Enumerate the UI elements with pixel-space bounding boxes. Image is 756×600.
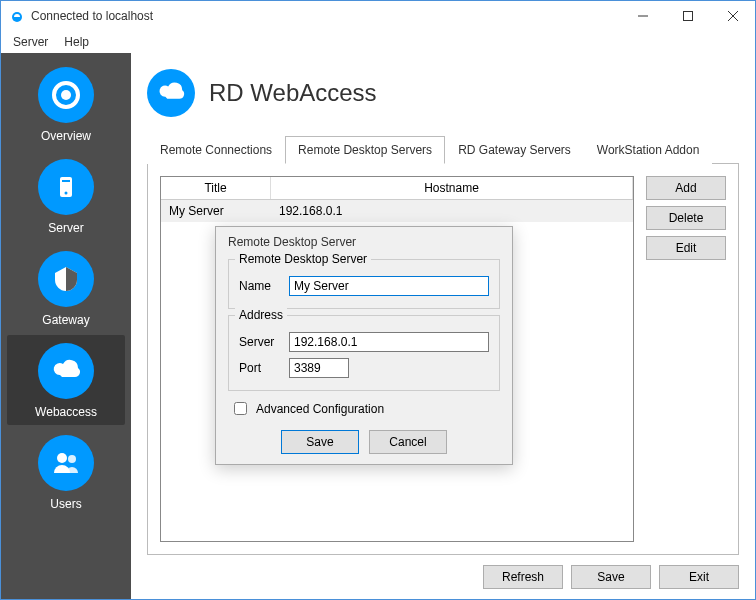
tab-rd-gateway-servers[interactable]: RD Gateway Servers: [445, 136, 584, 164]
col-title[interactable]: Title: [161, 177, 271, 199]
close-button[interactable]: [710, 1, 755, 31]
advanced-config-checkbox[interactable]: [234, 402, 247, 415]
port-input[interactable]: [289, 358, 349, 378]
webaccess-icon: [38, 343, 94, 399]
name-input[interactable]: [289, 276, 489, 296]
footer-buttons: Refresh Save Exit: [147, 555, 739, 589]
sidebar-item-label: Overview: [41, 129, 91, 143]
table-row[interactable]: My Server 192.168.0.1: [161, 200, 633, 222]
advanced-config-label: Advanced Configuration: [256, 402, 384, 416]
sidebar-item-label: Users: [50, 497, 81, 511]
sidebar-item-label: Gateway: [42, 313, 89, 327]
titlebar: Connected to localhost: [1, 1, 755, 31]
cell-hostname: 192.168.0.1: [271, 200, 633, 222]
menu-server[interactable]: Server: [5, 33, 56, 51]
tab-remote-desktop-servers[interactable]: Remote Desktop Servers: [285, 136, 445, 164]
cell-title: My Server: [161, 200, 271, 222]
server-input[interactable]: [289, 332, 489, 352]
table-header: Title Hostname: [161, 177, 633, 200]
dialog-save-button[interactable]: Save: [281, 430, 359, 454]
sidebar-item-label: Webaccess: [35, 405, 97, 419]
sidebar-item-users[interactable]: Users: [7, 427, 125, 517]
page-title: RD WebAccess: [209, 79, 377, 107]
refresh-button[interactable]: Refresh: [483, 565, 563, 589]
tab-workstation-addon[interactable]: WorkStation Addon: [584, 136, 713, 164]
sidebar-item-gateway[interactable]: Gateway: [7, 243, 125, 333]
dialog-cancel-button[interactable]: Cancel: [369, 430, 447, 454]
action-buttons: Add Delete Edit: [646, 176, 726, 542]
window-title: Connected to localhost: [31, 9, 153, 23]
col-hostname[interactable]: Hostname: [271, 177, 633, 199]
dialog-title: Remote Desktop Server: [216, 227, 512, 255]
tab-remote-connections[interactable]: Remote Connections: [147, 136, 285, 164]
sidebar-item-webaccess[interactable]: Webaccess: [7, 335, 125, 425]
sidebar: Overview Server Gateway Webaccess Users: [1, 53, 131, 599]
port-label: Port: [239, 361, 281, 375]
fieldset-address: Address Server Port: [228, 315, 500, 391]
svg-point-9: [65, 192, 68, 195]
maximize-button[interactable]: [665, 1, 710, 31]
users-icon: [38, 435, 94, 491]
minimize-button[interactable]: [620, 1, 665, 31]
page-header: RD WebAccess: [147, 69, 739, 117]
add-button[interactable]: Add: [646, 176, 726, 200]
exit-button[interactable]: Exit: [659, 565, 739, 589]
server-icon: [38, 159, 94, 215]
sidebar-item-overview[interactable]: Overview: [7, 59, 125, 149]
fieldset-server: Remote Desktop Server Name: [228, 259, 500, 309]
gateway-icon: [38, 251, 94, 307]
svg-rect-8: [62, 180, 70, 182]
svg-point-10: [57, 453, 67, 463]
name-label: Name: [239, 279, 281, 293]
svg-point-6: [61, 90, 71, 100]
fieldset-address-legend: Address: [235, 308, 287, 322]
tab-bar: Remote Connections Remote Desktop Server…: [147, 135, 739, 164]
page-icon: [147, 69, 195, 117]
remote-desktop-server-dialog: Remote Desktop Server Remote Desktop Ser…: [215, 226, 513, 465]
delete-button[interactable]: Delete: [646, 206, 726, 230]
save-button[interactable]: Save: [571, 565, 651, 589]
menubar: Server Help: [1, 31, 755, 53]
server-label: Server: [239, 335, 281, 349]
menu-help[interactable]: Help: [56, 33, 97, 51]
sidebar-item-server[interactable]: Server: [7, 151, 125, 241]
svg-rect-2: [683, 12, 692, 21]
edit-button[interactable]: Edit: [646, 236, 726, 260]
overview-icon: [38, 67, 94, 123]
sidebar-item-label: Server: [48, 221, 83, 235]
fieldset-server-legend: Remote Desktop Server: [235, 252, 371, 266]
app-icon: [9, 8, 25, 24]
svg-point-11: [68, 455, 76, 463]
